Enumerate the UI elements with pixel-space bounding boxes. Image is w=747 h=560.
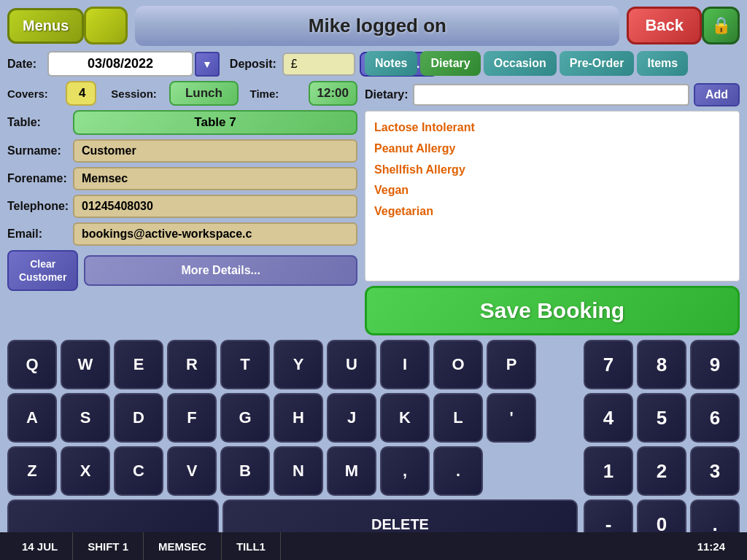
tab-preorder[interactable]: Pre-Order: [560, 51, 635, 76]
table-label: Table:: [7, 116, 73, 129]
lock-icon: 🔒: [711, 16, 731, 35]
table-row: Table: Table 7: [7, 110, 357, 135]
date-dropdown-button[interactable]: ▼: [195, 52, 220, 77]
clear-customer-button[interactable]: ClearCustomer: [7, 250, 78, 291]
key-b[interactable]: B: [220, 446, 270, 496]
key-6[interactable]: 6: [690, 393, 740, 443]
time-label: Time:: [250, 88, 301, 100]
dietary-input[interactable]: [413, 84, 689, 106]
key-i[interactable]: I: [380, 340, 430, 389]
telephone-row: Telephone:: [7, 195, 357, 218]
tab-notes[interactable]: Notes: [365, 51, 417, 76]
status-date: 14 JUL: [7, 532, 73, 560]
key-2[interactable]: 2: [637, 446, 686, 496]
header: Menus Mike logged on Back 🔒: [0, 0, 747, 51]
lock-button[interactable]: 🔒: [702, 7, 740, 44]
key-q[interactable]: Q: [7, 340, 57, 389]
email-label: Email:: [7, 228, 73, 241]
numpad: 7 8 9 4 5 6 1 2 3 - 0 .: [584, 340, 740, 553]
keyboard-row-2: A S D F G H J K L ': [7, 393, 578, 443]
status-user: MEMSEC: [144, 532, 222, 560]
key-p[interactable]: P: [487, 340, 536, 389]
menus-button[interactable]: Menus: [7, 8, 84, 44]
key-s[interactable]: S: [61, 393, 110, 443]
key-h[interactable]: H: [274, 393, 323, 443]
tab-row: Notes Dietary Occasion Pre-Order Items: [365, 51, 740, 76]
key-e[interactable]: E: [114, 340, 163, 389]
date-row: Date: ▼ Deposit: £ Existing...: [7, 51, 357, 77]
keyboard-row-3: Z X C V B N M , .: [7, 446, 578, 496]
dietary-field-label: Dietary:: [365, 88, 409, 101]
key-x[interactable]: X: [61, 446, 110, 496]
covers-label: Covers:: [7, 88, 58, 100]
numpad-row-1: 7 8 9: [584, 340, 740, 389]
key-k[interactable]: K: [380, 393, 430, 443]
dietary-list: Lactose Intolerant Peanut Allergy Shellf…: [365, 111, 740, 281]
key-a[interactable]: A: [7, 393, 57, 443]
more-details-button[interactable]: More Details...: [84, 255, 357, 286]
telephone-input[interactable]: [73, 195, 357, 218]
forename-input[interactable]: [73, 167, 357, 190]
surname-row: Surname:: [7, 139, 357, 163]
status-time: 11:24: [683, 532, 740, 560]
tab-items[interactable]: Items: [637, 51, 688, 76]
key-t[interactable]: T: [220, 340, 270, 389]
key-y[interactable]: Y: [274, 340, 323, 389]
key-3[interactable]: 3: [690, 446, 740, 496]
main-area: Date: ▼ Deposit: £ Existing... Covers: 4…: [0, 51, 747, 335]
yellow-button[interactable]: [84, 7, 128, 44]
deposit-input[interactable]: £: [282, 52, 355, 76]
key-d[interactable]: D: [114, 393, 163, 443]
key-7[interactable]: 7: [584, 340, 633, 389]
key-5[interactable]: 5: [637, 393, 686, 443]
key-r[interactable]: R: [167, 340, 217, 389]
right-panel: Notes Dietary Occasion Pre-Order Items D…: [365, 51, 740, 335]
numpad-row-2: 4 5 6: [584, 393, 740, 443]
keyboard-main: Q W E R T Y U I O P A S D F G H J K L ' …: [7, 340, 578, 553]
key-w[interactable]: W: [61, 340, 110, 389]
status-shift: SHIFT 1: [73, 532, 144, 560]
tab-occasion[interactable]: Occasion: [484, 51, 557, 76]
status-bar: 14 JUL SHIFT 1 MEMSEC TILL1 11:24: [0, 532, 747, 560]
key-f[interactable]: F: [167, 393, 217, 443]
dietary-input-row: Dietary: Add: [365, 83, 740, 106]
header-title: Mike logged on: [135, 6, 619, 46]
key-1[interactable]: 1: [584, 446, 633, 496]
key-v[interactable]: V: [167, 446, 217, 496]
key-comma[interactable]: ,: [380, 446, 430, 496]
key-apostrophe[interactable]: ': [487, 393, 536, 443]
key-9[interactable]: 9: [690, 340, 740, 389]
session-label: Session:: [111, 88, 162, 100]
key-l[interactable]: L: [433, 393, 483, 443]
left-panel: Date: ▼ Deposit: £ Existing... Covers: 4…: [7, 51, 357, 335]
forename-row: Forename:: [7, 167, 357, 190]
key-z[interactable]: Z: [7, 446, 57, 496]
email-input[interactable]: [73, 222, 357, 246]
status-till: TILL1: [222, 532, 281, 560]
dietary-item-0: Lactose Intolerant: [374, 117, 730, 139]
keyboard-area: Q W E R T Y U I O P A S D F G H J K L ' …: [0, 335, 747, 557]
save-booking-button[interactable]: Save Booking: [365, 286, 740, 335]
dietary-item-3: Vegan: [374, 180, 730, 201]
tab-dietary[interactable]: Dietary: [420, 51, 480, 76]
key-8[interactable]: 8: [637, 340, 686, 389]
add-button[interactable]: Add: [694, 83, 740, 106]
key-u[interactable]: U: [327, 340, 376, 389]
telephone-label: Telephone:: [7, 200, 73, 213]
key-period[interactable]: .: [433, 446, 483, 496]
key-n[interactable]: N: [274, 446, 323, 496]
forename-label: Forename:: [7, 172, 73, 185]
key-4[interactable]: 4: [584, 393, 633, 443]
surname-input[interactable]: [73, 139, 357, 163]
bottom-buttons: ClearCustomer More Details...: [7, 250, 357, 291]
back-button[interactable]: Back: [627, 7, 702, 44]
deposit-label: Deposit:: [230, 58, 276, 71]
key-o[interactable]: O: [433, 340, 483, 389]
key-c[interactable]: C: [114, 446, 163, 496]
date-input[interactable]: [47, 51, 193, 77]
key-j[interactable]: J: [327, 393, 376, 443]
key-g[interactable]: G: [220, 393, 270, 443]
covers-value: 4: [66, 81, 96, 106]
key-m[interactable]: M: [327, 446, 376, 496]
dietary-item-4: Vegetarian: [374, 201, 730, 222]
